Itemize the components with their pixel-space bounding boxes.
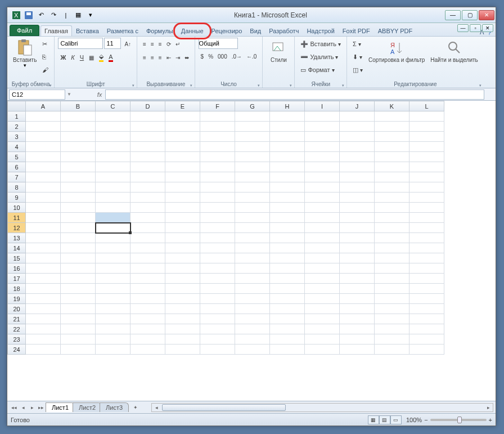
cell[interactable]: [375, 122, 410, 132]
cell[interactable]: [96, 253, 130, 263]
cell[interactable]: [130, 132, 165, 142]
cell[interactable]: [410, 334, 444, 344]
cell[interactable]: [61, 324, 96, 334]
cell[interactable]: [235, 294, 270, 304]
cell[interactable]: [26, 253, 61, 263]
autosum-button[interactable]: Σ▾: [350, 38, 365, 50]
tab-view[interactable]: Вид: [246, 25, 265, 36]
cell[interactable]: [96, 203, 130, 213]
cell[interactable]: [235, 233, 270, 243]
cell[interactable]: [130, 182, 165, 193]
cell[interactable]: [26, 162, 61, 172]
cell[interactable]: [61, 294, 96, 304]
cell[interactable]: [235, 122, 270, 132]
cell[interactable]: [410, 182, 444, 193]
cell[interactable]: [410, 122, 444, 132]
cell[interactable]: [200, 304, 235, 314]
cell[interactable]: [270, 213, 305, 223]
align-middle-button[interactable]: ≡: [148, 38, 156, 50]
row-header[interactable]: 1: [8, 111, 26, 122]
cell[interactable]: [165, 263, 200, 274]
cell[interactable]: [165, 203, 200, 213]
col-header[interactable]: E: [165, 101, 200, 111]
col-header[interactable]: B: [61, 101, 96, 111]
cell[interactable]: [410, 172, 444, 182]
cell[interactable]: [235, 111, 270, 122]
tab-page-layout[interactable]: Разметка с: [103, 25, 142, 36]
cell[interactable]: [375, 284, 410, 294]
align-right-button[interactable]: ≡: [156, 51, 164, 64]
merge-button[interactable]: ⬌: [182, 51, 191, 64]
row-header[interactable]: 4: [8, 142, 26, 152]
cell[interactable]: [340, 233, 375, 243]
tab-insert[interactable]: Вставка: [72, 25, 103, 36]
cell[interactable]: [270, 263, 305, 274]
cell[interactable]: [165, 324, 200, 334]
cell[interactable]: [270, 223, 305, 233]
cell[interactable]: [375, 304, 410, 314]
increase-decimal-button[interactable]: .0→: [230, 50, 244, 62]
cell[interactable]: [26, 324, 61, 334]
cell[interactable]: [96, 324, 130, 334]
cell[interactable]: [200, 294, 235, 304]
cell[interactable]: [375, 111, 410, 122]
cell[interactable]: [61, 314, 96, 324]
col-header[interactable]: A: [26, 101, 61, 111]
cell[interactable]: [235, 344, 270, 355]
cell[interactable]: [165, 344, 200, 355]
cell[interactable]: [270, 182, 305, 193]
cell[interactable]: [96, 223, 130, 233]
cell[interactable]: [61, 233, 96, 243]
tab-developer[interactable]: Разработч: [265, 25, 303, 36]
cell[interactable]: [61, 334, 96, 344]
percent-button[interactable]: %: [206, 50, 215, 62]
cell[interactable]: [305, 213, 340, 223]
cell[interactable]: [200, 172, 235, 182]
row-header[interactable]: 12: [8, 223, 26, 233]
cell[interactable]: [305, 172, 340, 182]
cell[interactable]: [165, 162, 200, 172]
row-header[interactable]: 22: [8, 324, 26, 334]
cell[interactable]: [270, 253, 305, 263]
cell[interactable]: [340, 314, 375, 324]
cell[interactable]: [270, 111, 305, 122]
row-header[interactable]: 9: [8, 193, 26, 203]
wrap-text-button[interactable]: ↵: [173, 38, 182, 50]
tab-home[interactable]: Главная: [40, 25, 72, 36]
sheet-tab-3[interactable]: Лист3: [100, 402, 129, 412]
normal-view-button[interactable]: ▦: [368, 415, 379, 424]
cell[interactable]: [375, 182, 410, 193]
cell[interactable]: [270, 193, 305, 203]
cell[interactable]: [340, 193, 375, 203]
name-box[interactable]: C12: [9, 90, 65, 100]
cell[interactable]: [340, 132, 375, 142]
delete-cells-button[interactable]: ➖Удалить ▾: [298, 51, 343, 63]
cell[interactable]: [375, 253, 410, 263]
cell[interactable]: [340, 182, 375, 193]
cell[interactable]: [165, 233, 200, 243]
cell[interactable]: [340, 142, 375, 152]
row-header[interactable]: 23: [8, 334, 26, 344]
row-header[interactable]: 3: [8, 132, 26, 142]
cell[interactable]: [130, 324, 165, 334]
tab-abbyy[interactable]: ABBYY PDF: [374, 25, 417, 36]
cell[interactable]: [130, 203, 165, 213]
cell[interactable]: [235, 182, 270, 193]
cell[interactable]: [410, 152, 444, 162]
cell[interactable]: [410, 253, 444, 263]
cell[interactable]: [375, 172, 410, 182]
cell[interactable]: [375, 142, 410, 152]
fill-button[interactable]: ⬇▾: [350, 51, 365, 63]
cell[interactable]: [96, 314, 130, 324]
cell[interactable]: [375, 344, 410, 355]
cell[interactable]: [410, 263, 444, 274]
cell[interactable]: [235, 334, 270, 344]
wb-minimize-button[interactable]: —: [457, 24, 469, 32]
cell[interactable]: [26, 274, 61, 284]
row-header[interactable]: 24: [8, 344, 26, 355]
cell[interactable]: [130, 122, 165, 132]
cell[interactable]: [305, 203, 340, 213]
fill-color-button[interactable]: ⬙: [97, 51, 106, 64]
cell[interactable]: [410, 132, 444, 142]
cell[interactable]: [235, 132, 270, 142]
